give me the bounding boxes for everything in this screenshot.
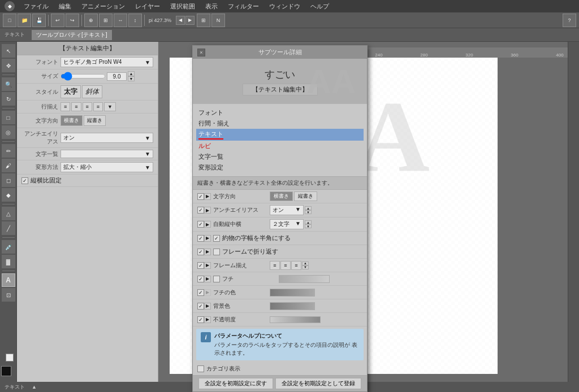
half-width-checkbox[interactable] bbox=[213, 235, 220, 242]
frame-align-up[interactable]: ▲ bbox=[302, 262, 309, 265]
section-spacing[interactable]: 行間・揃え bbox=[196, 118, 364, 129]
tool-gradient[interactable]: ▓ bbox=[2, 255, 15, 268]
tool-move[interactable]: ✥ bbox=[2, 59, 15, 72]
direction-h-btn[interactable]: 横書き bbox=[61, 115, 83, 126]
bg-color-swatch[interactable] bbox=[6, 354, 14, 361]
transform-dropdown[interactable]: 拡大・縮小 ▼ bbox=[61, 162, 153, 172]
tool-pen[interactable]: ✏ bbox=[2, 144, 15, 158]
prop-bg-color-expand[interactable]: ▶ bbox=[204, 303, 211, 310]
fuchi-checkbox[interactable] bbox=[213, 276, 220, 282]
prop-antialias-check[interactable] bbox=[197, 207, 204, 214]
category-display-checkbox[interactable] bbox=[197, 365, 204, 372]
style-bold-btn[interactable]: 太字 bbox=[61, 85, 81, 98]
tool-select-rect[interactable]: □ bbox=[2, 111, 15, 124]
tool-shape[interactable]: △ bbox=[2, 207, 15, 220]
antialias-down[interactable]: ▼ bbox=[305, 210, 312, 214]
direction-v-btn[interactable]: 縦書き bbox=[84, 115, 106, 126]
N-btn[interactable]: N bbox=[211, 14, 225, 27]
direction-h-btn[interactable]: 横書き bbox=[270, 191, 293, 201]
prop-direction-expand[interactable]: ▶ bbox=[204, 193, 211, 200]
prop-bg-color-check[interactable] bbox=[197, 303, 204, 310]
prop-antialias-expand[interactable]: ▶ bbox=[204, 207, 211, 214]
tool-eraser[interactable]: ◻ bbox=[2, 173, 15, 187]
antialias-dropdown[interactable]: オン ▼ bbox=[270, 205, 304, 215]
frame-align-spin[interactable]: ▲ ▼ bbox=[302, 262, 309, 269]
menu-window[interactable]: ウィンドウ bbox=[265, 1, 305, 12]
align-right[interactable]: ≡ bbox=[83, 102, 92, 111]
dialog-close-btn[interactable]: × bbox=[197, 49, 205, 56]
style-italic-btn[interactable]: 斜体 bbox=[82, 85, 102, 98]
prop-direction-check[interactable] bbox=[197, 193, 204, 200]
align-btn-2[interactable]: ≡ bbox=[280, 261, 291, 270]
redo-btn[interactable]: ↪ bbox=[66, 14, 79, 27]
nav-right[interactable]: ▶ bbox=[185, 16, 195, 25]
fuchi-color-swatch[interactable] bbox=[270, 289, 315, 297]
prop-fuchi-color-check[interactable] bbox=[197, 289, 204, 296]
new-btn[interactable]: □ bbox=[3, 14, 16, 27]
prop-frame-align-expand[interactable]: ▶ bbox=[204, 262, 211, 269]
size-spinner[interactable]: ▲ ▼ bbox=[128, 71, 136, 81]
auto-shrink-down[interactable]: ▼ bbox=[305, 224, 312, 228]
antialias-spin[interactable]: ▲ ▼ bbox=[305, 206, 312, 214]
auto-shrink-up[interactable]: ▲ bbox=[305, 220, 312, 224]
open-btn[interactable]: 📁 bbox=[18, 14, 31, 27]
antialias-up[interactable]: ▲ bbox=[305, 206, 312, 210]
antialias-dropdown[interactable]: オン ▼ bbox=[61, 133, 153, 143]
aspect-checkbox[interactable] bbox=[21, 177, 28, 184]
section-charlist[interactable]: 文字一覧 bbox=[196, 151, 364, 162]
menu-animation[interactable]: アニメーション bbox=[77, 1, 129, 12]
tool-fill[interactable]: ◆ bbox=[2, 188, 15, 202]
prop-opacity-check[interactable] bbox=[197, 316, 204, 323]
align-btn-3[interactable]: ≡ bbox=[291, 261, 301, 270]
flip-h-btn[interactable]: ↔ bbox=[114, 14, 127, 27]
align-left[interactable]: ≡ bbox=[61, 102, 70, 111]
tool-zoom[interactable]: 🔍 bbox=[2, 77, 15, 91]
tool-line[interactable]: ╱ bbox=[2, 221, 15, 235]
prop-fuchi-check[interactable] bbox=[197, 276, 204, 282]
menu-view[interactable]: 表示 bbox=[201, 1, 222, 12]
opacity-slider[interactable] bbox=[270, 316, 321, 323]
auto-shrink-dropdown[interactable]: ２文字 ▼ bbox=[270, 219, 304, 229]
save-defaults-btn[interactable]: 全設定を初期設定として登録 bbox=[275, 378, 361, 389]
frame-align-down[interactable]: ▼ bbox=[302, 265, 309, 269]
section-ruby[interactable]: ルビ bbox=[196, 141, 364, 151]
tool-rotate[interactable]: ↻ bbox=[2, 92, 15, 106]
tool-pointer[interactable]: ↖ bbox=[2, 44, 15, 58]
size-value[interactable]: 9.0 bbox=[107, 72, 127, 81]
prop-half-width-check[interactable] bbox=[197, 235, 204, 242]
section-font[interactable]: フォント bbox=[196, 107, 364, 118]
prop-auto-shrink-check[interactable] bbox=[197, 221, 204, 228]
size-down[interactable]: ▼ bbox=[128, 76, 135, 81]
category-display-label[interactable]: カテゴリ表示 bbox=[197, 365, 240, 373]
grid-btn[interactable]: ⊞ bbox=[197, 14, 210, 27]
align-btn-1[interactable]: ≡ bbox=[270, 261, 280, 270]
transform-btn[interactable]: ⊞ bbox=[99, 14, 113, 27]
prop-frame-wrap-expand[interactable]: ▶ bbox=[204, 249, 211, 255]
reset-defaults-btn[interactable]: 全設定を初期設定に戻す bbox=[198, 378, 273, 389]
undo-btn[interactable]: ↩ bbox=[51, 14, 64, 27]
help-btn[interactable]: ? bbox=[563, 14, 576, 27]
menu-file[interactable]: ファイル bbox=[19, 1, 53, 12]
direction-v-btn[interactable]: 縦書き bbox=[294, 191, 317, 201]
charlist-dropdown[interactable]: ▼ bbox=[61, 150, 153, 158]
menu-edit[interactable]: 編集 bbox=[54, 1, 76, 12]
font-dropdown[interactable]: ヒラギノ角ゴ ProN W4 ▼ bbox=[61, 57, 153, 67]
prop-frame-align-check[interactable] bbox=[197, 262, 204, 269]
tool-text[interactable]: A bbox=[2, 273, 15, 287]
prop-frame-wrap-check[interactable] bbox=[197, 249, 204, 255]
prop-half-width-expand[interactable]: ▶ bbox=[204, 235, 211, 242]
tool-brush[interactable]: 🖌 bbox=[2, 159, 15, 172]
fuchi-color-bar[interactable] bbox=[279, 275, 330, 283]
select-btn[interactable]: ⊕ bbox=[84, 14, 98, 27]
align-dropdown[interactable]: ▼ bbox=[104, 102, 116, 111]
prop-auto-shrink-expand[interactable]: ▶ bbox=[204, 221, 211, 228]
tool-select-lasso[interactable]: ◎ bbox=[2, 125, 15, 139]
fg-color-swatch[interactable] bbox=[1, 366, 11, 376]
section-text[interactable]: テキスト bbox=[196, 129, 364, 141]
prop-fuchi-color-expand[interactable]: ▶ bbox=[204, 289, 211, 296]
flip-v-btn[interactable]: ↕ bbox=[128, 14, 142, 27]
tool-eyedrop[interactable]: 💉 bbox=[2, 240, 15, 254]
bg-color-swatch[interactable] bbox=[270, 302, 315, 310]
menu-help[interactable]: ヘルプ bbox=[306, 1, 334, 12]
frame-wrap-checkbox[interactable] bbox=[213, 249, 220, 255]
